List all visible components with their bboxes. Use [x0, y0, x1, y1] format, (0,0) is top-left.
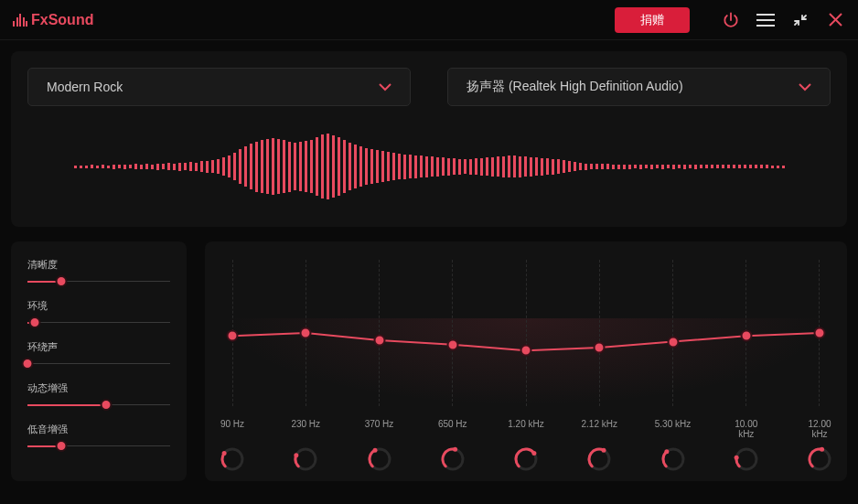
slider-track[interactable]	[27, 318, 170, 327]
spectrum-bar	[777, 166, 779, 168]
eq-point[interactable]	[814, 327, 826, 339]
top-panel: Modern Rock 扬声器 (Realtek High Definition…	[11, 51, 847, 227]
spectrum-bar	[129, 165, 132, 168]
eq-point[interactable]	[373, 335, 385, 347]
effect-label: 环境	[27, 299, 170, 313]
spectrum-bar	[612, 165, 615, 169]
eq-knob[interactable]	[734, 446, 759, 472]
eq-point[interactable]	[227, 330, 239, 342]
spectrum-bar	[766, 165, 768, 168]
spectrum-bar	[409, 155, 412, 178]
svg-point-22	[820, 447, 824, 452]
spectrum-bar	[272, 138, 274, 195]
slider-knob[interactable]	[28, 316, 40, 328]
eq-band-label: 2.12 kHz	[581, 419, 617, 439]
spectrum-bar	[288, 142, 291, 192]
spectrum-visualizer	[27, 123, 831, 210]
eq-point[interactable]	[667, 336, 679, 348]
spectrum-bar	[321, 134, 324, 198]
spectrum-bar	[123, 165, 126, 169]
spectrum-bar	[738, 165, 741, 168]
spectrum-bar	[250, 144, 252, 189]
eq-knob[interactable]	[220, 446, 245, 472]
eq-point[interactable]	[446, 338, 458, 350]
spectrum-bar	[601, 164, 604, 169]
spectrum-bar	[623, 165, 626, 169]
spectrum-bar	[447, 158, 450, 176]
spectrum-bar	[376, 150, 379, 183]
spectrum-bar	[590, 164, 593, 169]
spectrum-bar	[381, 151, 384, 182]
spectrum-bar	[755, 165, 757, 168]
slider-knob[interactable]	[100, 399, 112, 411]
eq-knob[interactable]	[807, 446, 832, 472]
spectrum-bar	[162, 164, 165, 169]
slider-track[interactable]	[27, 401, 170, 410]
eq-knob[interactable]	[660, 446, 686, 472]
spectrum-bar	[118, 165, 121, 168]
spectrum-bar	[606, 164, 609, 169]
spectrum-bar	[535, 157, 538, 176]
device-selector[interactable]: 扬声器 (Realtek High Definition Audio)	[447, 68, 831, 106]
eq-graph	[232, 260, 820, 406]
spectrum-bar	[585, 164, 587, 170]
spectrum-bar	[552, 159, 554, 175]
eq-knob[interactable]	[513, 446, 539, 472]
spectrum-bar	[475, 158, 477, 175]
spectrum-bar	[233, 153, 236, 180]
eq-band-label: 90 Hz	[214, 419, 251, 439]
slider-track[interactable]	[27, 442, 170, 451]
slider-knob[interactable]	[56, 275, 68, 287]
spectrum-bar	[134, 164, 137, 169]
slider-knob[interactable]	[22, 358, 34, 370]
slider-track[interactable]	[27, 277, 170, 286]
logo-icon	[13, 14, 27, 27]
eq-point[interactable]	[740, 330, 752, 342]
effect-label: 环绕声	[27, 340, 170, 354]
collapse-button[interactable]	[790, 10, 810, 30]
spectrum-bar	[749, 165, 752, 168]
effect-label: 低音增强	[27, 423, 170, 436]
spectrum-bar	[167, 163, 170, 170]
menu-button[interactable]	[756, 10, 776, 30]
spectrum-bar	[442, 157, 445, 176]
eq-point[interactable]	[594, 342, 606, 354]
eq-knob[interactable]	[293, 446, 318, 472]
spectrum-bar	[436, 157, 439, 177]
spectrum-bar	[370, 149, 373, 184]
eq-point[interactable]	[520, 345, 532, 357]
spectrum-bar	[392, 153, 395, 180]
close-button[interactable]	[825, 10, 845, 30]
spectrum-bar	[294, 143, 296, 190]
slider-track[interactable]	[27, 359, 170, 369]
slider-knob[interactable]	[56, 440, 68, 452]
eq-knob[interactable]	[367, 446, 392, 472]
spectrum-bar	[645, 165, 648, 168]
eq-knob[interactable]	[440, 446, 466, 472]
spectrum-bar	[716, 165, 719, 168]
spectrum-bar	[222, 157, 225, 176]
donate-button[interactable]: 捐赠	[615, 7, 690, 33]
spectrum-bar	[634, 165, 637, 168]
eq-point[interactable]	[300, 327, 312, 339]
title-bar: FxSound 捐赠	[0, 0, 858, 40]
spectrum-bar	[667, 165, 670, 168]
eq-knob[interactable]	[586, 446, 612, 472]
spectrum-bar	[239, 149, 241, 184]
app-name: FxSound	[31, 12, 93, 28]
svg-point-12	[453, 447, 457, 452]
spectrum-bar	[744, 165, 746, 168]
spectrum-bar	[491, 157, 494, 177]
spectrum-bar	[486, 157, 488, 176]
spectrum-bar	[206, 161, 209, 173]
power-button[interactable]	[721, 10, 741, 30]
spectrum-bar	[217, 159, 220, 174]
spectrum-bar	[464, 159, 467, 174]
spectrum-bar	[414, 155, 417, 178]
preset-selector[interactable]: Modern Rock	[27, 68, 411, 106]
spectrum-bar	[140, 165, 143, 169]
spectrum-bar	[420, 155, 423, 177]
effect-label: 动态增强	[27, 381, 170, 395]
effect-slider: 低音增强	[27, 423, 170, 451]
eq-gridline	[599, 260, 600, 406]
